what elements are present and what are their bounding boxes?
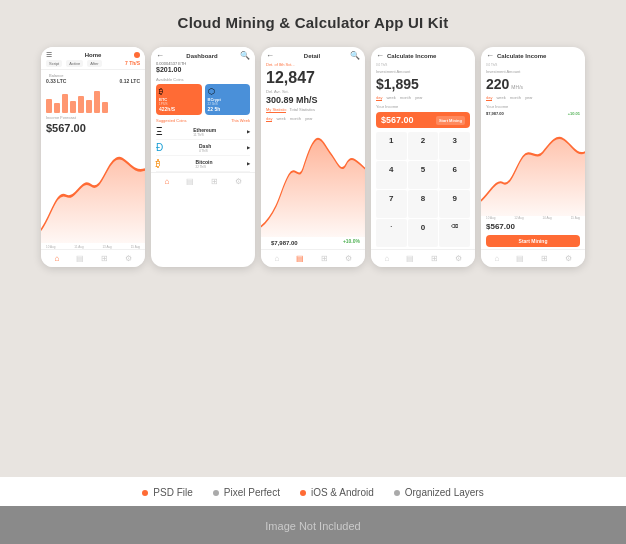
back-icon[interactable]: ← (156, 51, 164, 60)
key-5[interactable]: 5 (408, 161, 439, 189)
settings-nav-icon3[interactable]: ⚙ (345, 254, 352, 263)
home-nav-icon3[interactable]: ⌂ (274, 254, 279, 263)
chart-nav-icon5[interactable]: ▤ (516, 254, 524, 263)
income-chart (481, 117, 585, 216)
back-icon5[interactable]: ← (486, 51, 494, 60)
invest-label: Investment Amount (371, 68, 475, 75)
chart-nav-icon4[interactable]: ▤ (406, 254, 414, 263)
period-day[interactable]: day (266, 116, 272, 122)
start-mining-btn[interactable]: Start Mining (436, 116, 465, 125)
income-value: $567.00 (381, 115, 414, 125)
filter-nav-icon5[interactable]: ⊞ (541, 254, 548, 263)
price-row: $7,987.00 +10.0% (261, 237, 365, 249)
search-icon[interactable]: 🔍 (240, 51, 250, 60)
tab-statistics[interactable]: My Statistic (266, 107, 286, 113)
income-label4: Your Income (371, 103, 475, 110)
page-title: Cloud Mining & Calculator App UI Kit (10, 14, 616, 31)
features-section: PSD File Pixel Perfect iOS & Android Org… (0, 477, 626, 506)
feature-pixel-label: Pixel Perfect (224, 487, 280, 498)
home-nav-icon2[interactable]: ⌂ (164, 177, 169, 186)
key-4[interactable]: 4 (376, 161, 407, 189)
key-8[interactable]: 8 (408, 190, 439, 218)
chart-nav-icon3[interactable]: ▤ (296, 254, 304, 263)
chart-nav-icon[interactable]: ▤ (76, 254, 84, 263)
key-9[interactable]: 9 (439, 190, 470, 218)
tab-day5[interactable]: day (486, 95, 492, 101)
start-mining-btn5[interactable]: Start Mining (486, 235, 580, 247)
home-nav-icon[interactable]: ⌂ (54, 254, 59, 263)
speed: 300.89 Mh/S (261, 95, 365, 105)
tab-week5[interactable]: week (496, 95, 505, 101)
bcrypt-card: ⬡ BCrypt 22 5h/S 22 5h (205, 84, 251, 115)
tab-month4[interactable]: month (400, 95, 411, 101)
bottom-nav: ⌂ ▤ ⊞ ⚙ (151, 172, 255, 190)
dash-rate: 4 Th/S (199, 149, 211, 153)
home-nav-icon4[interactable]: ⌂ (384, 254, 389, 263)
bars-chart (41, 87, 145, 115)
key-7[interactable]: 7 (376, 190, 407, 218)
filter-nav-icon4[interactable]: ⊞ (431, 254, 438, 263)
bar (78, 96, 84, 113)
dot-pixel (213, 490, 219, 496)
chart-nav-icon2[interactable]: ▤ (186, 177, 194, 186)
key-6[interactable]: 6 (439, 161, 470, 189)
home-screen-title: Home (85, 52, 102, 58)
filter-nav-icon2[interactable]: ⊞ (211, 177, 218, 186)
phones-area: ☰ Home Script Active After 7 Th/S Balanc… (0, 41, 626, 477)
dot-ios (300, 490, 306, 496)
suggested-list: Ξ Ethereum 11 Th/S ▶ Đ Dash 4 Th/S ▶ ₿ B… (151, 124, 255, 172)
ph5-tabs: day week month year (481, 93, 585, 103)
key-1[interactable]: 1 (376, 132, 407, 160)
tab-week4[interactable]: week (386, 95, 395, 101)
period-year[interactable]: year (305, 116, 313, 122)
footer-bar: Image Not Included (0, 506, 626, 544)
ph4-header: ← Calculate Income (371, 47, 475, 62)
settings-nav-icon[interactable]: ⚙ (125, 254, 132, 263)
eth-icon: Ξ (156, 126, 163, 137)
line-chart (41, 136, 145, 245)
coin-tag: Script (46, 60, 62, 67)
key-0[interactable]: 0 (408, 219, 439, 247)
tab-total[interactable]: Total Statistics (289, 107, 315, 113)
bcrypt-rate: 22 5h (208, 106, 248, 112)
numpad: 1 2 3 4 5 6 7 8 9 - 0 ⌫ (371, 130, 475, 249)
search-icon3[interactable]: 🔍 (350, 51, 360, 60)
key-3[interactable]: 3 (439, 132, 470, 160)
dashboard-title: Dashboard (186, 53, 217, 59)
key-2[interactable]: 2 (408, 132, 439, 160)
notification-dot (134, 52, 140, 58)
calculate-title5: Calculate Income (497, 53, 546, 59)
balance-1: 0.33 LTC (46, 78, 66, 84)
btc-icon: ₿ (159, 87, 199, 96)
ph5-header: ← Calculate Income (481, 47, 585, 62)
back-icon3[interactable]: ← (266, 51, 274, 60)
settings-nav-icon5[interactable]: ⚙ (565, 254, 572, 263)
list-item: Ξ Ethereum 11 Th/S ▶ (156, 124, 250, 140)
key-minus[interactable]: - (376, 219, 407, 247)
key-backspace[interactable]: ⌫ (439, 219, 470, 247)
settings-nav-icon2[interactable]: ⚙ (235, 177, 242, 186)
footer-text: Image Not Included (265, 520, 360, 532)
ph4-tabs: day week month year (371, 93, 475, 103)
filter-nav-icon3[interactable]: ⊞ (321, 254, 328, 263)
home-nav-icon5[interactable]: ⌂ (494, 254, 499, 263)
settings-nav-icon4[interactable]: ⚙ (455, 254, 462, 263)
bar (102, 102, 108, 113)
btc-name2: Bitcoin (196, 159, 213, 165)
tab-year5[interactable]: year (525, 95, 533, 101)
filter-nav-icon[interactable]: ⊞ (101, 254, 108, 263)
tab-day4[interactable]: day (376, 95, 382, 101)
btc-rate: 422h/S (159, 106, 199, 112)
price-change: +10.0% (343, 238, 360, 248)
hamburger-icon: ☰ (46, 51, 52, 59)
tab-month5[interactable]: month (510, 95, 521, 101)
tab-year4[interactable]: year (415, 95, 423, 101)
phone-home: ☰ Home Script Active After 7 Th/S Balanc… (41, 47, 145, 267)
eth-name: Ethereum (193, 127, 216, 133)
period-month[interactable]: month (290, 116, 301, 122)
chart-change: +10.01 (568, 111, 580, 116)
back-icon4[interactable]: ← (376, 51, 384, 60)
coins-grid: ₿ BTC 1PS/S 422h/S ⬡ BCrypt 22 5h/S 22 5… (151, 83, 255, 116)
chart-prices: $7,987.00 +10.01 (481, 110, 585, 117)
period-week[interactable]: week (276, 116, 285, 122)
